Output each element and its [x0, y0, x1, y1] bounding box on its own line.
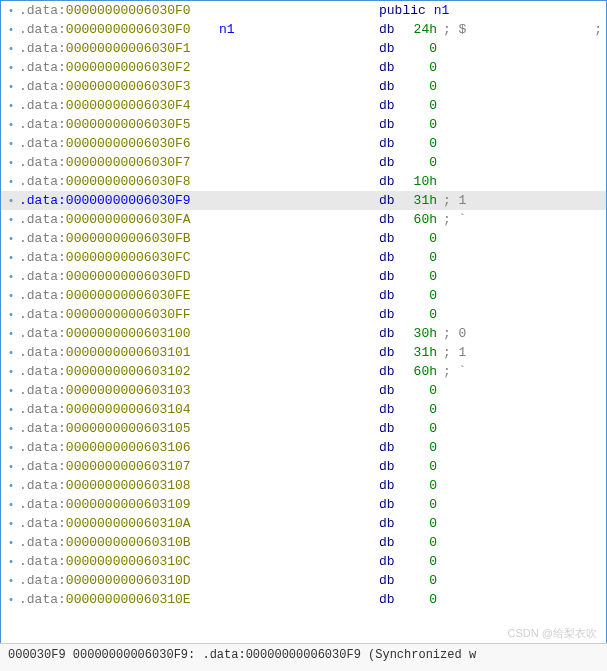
breakpoint-bullet[interactable]: • [3, 62, 19, 74]
opcode: db [379, 478, 407, 493]
disasm-line[interactable]: •.data:00000000006030F2db0 [1, 58, 606, 77]
segment-name: .data [19, 364, 58, 379]
line-content: .data:0000000000603103db0 [19, 383, 437, 398]
disasm-line[interactable]: •.data:00000000006030F3db0 [1, 77, 606, 96]
colon: : [58, 136, 66, 151]
line-content: .data:00000000006030F2db0 [19, 60, 437, 75]
breakpoint-bullet[interactable]: • [3, 309, 19, 321]
disasm-line[interactable]: •.data:0000000000603107db0 [1, 457, 606, 476]
disasm-line[interactable]: •.data:000000000060310Ddb0 [1, 571, 606, 590]
disasm-line[interactable]: •.data:0000000000603106db0 [1, 438, 606, 457]
disasm-line[interactable]: •.data:0000000000603100db30h; 0 [1, 324, 606, 343]
disasm-line[interactable]: •.data:0000000000603104db0 [1, 400, 606, 419]
disasm-line[interactable]: •.data:000000000060310Cdb0 [1, 552, 606, 571]
breakpoint-bullet[interactable]: • [3, 43, 19, 55]
colon: : [58, 402, 66, 417]
breakpoint-bullet[interactable]: • [3, 138, 19, 150]
disasm-line[interactable]: •.data:00000000006030F8db10h [1, 172, 606, 191]
breakpoint-bullet[interactable]: • [3, 442, 19, 454]
address-column: .data:00000000006030FA [19, 212, 219, 227]
opcode: db [379, 41, 407, 56]
disasm-line[interactable]: •.data:00000000006030F7db0 [1, 153, 606, 172]
opcode: db [379, 174, 407, 189]
operand-value: 0 [407, 440, 437, 455]
line-content: .data:00000000006030FAdb60h; ` [19, 212, 466, 227]
disasm-line[interactable]: •.data:00000000006030F5db0 [1, 115, 606, 134]
disasm-line[interactable]: •.data:0000000000603108db0 [1, 476, 606, 495]
breakpoint-bullet[interactable]: • [3, 176, 19, 188]
disasm-line[interactable]: •.data:0000000000603109db0 [1, 495, 606, 514]
line-content: .data:0000000000603109db0 [19, 497, 437, 512]
line-content: .data:00000000006030F5db0 [19, 117, 437, 132]
breakpoint-bullet[interactable]: • [3, 252, 19, 264]
breakpoint-bullet[interactable]: • [3, 214, 19, 226]
breakpoint-bullet[interactable]: • [3, 404, 19, 416]
breakpoint-bullet[interactable]: • [3, 423, 19, 435]
label-column [219, 592, 379, 607]
opcode: db [379, 269, 407, 284]
disasm-line[interactable]: •.data:00000000006030FCdb0 [1, 248, 606, 267]
disasm-line[interactable]: •.data:00000000006030FEdb0 [1, 286, 606, 305]
label-column [219, 516, 379, 531]
breakpoint-bullet[interactable]: • [3, 499, 19, 511]
operand-value: 24h [407, 22, 437, 37]
breakpoint-bullet[interactable]: • [3, 119, 19, 131]
label-column [219, 497, 379, 512]
disasm-line[interactable]: •.data:00000000006030FBdb0 [1, 229, 606, 248]
breakpoint-bullet[interactable]: • [3, 556, 19, 568]
disasm-line[interactable]: •.data:00000000006030FAdb60h; ` [1, 210, 606, 229]
disasm-line[interactable]: •.data:00000000006030F0public n1 [1, 1, 606, 20]
disasm-line[interactable]: •.data:00000000006030F0n1db24h; $; [1, 20, 606, 39]
disasm-line[interactable]: •.data:00000000006030FDdb0 [1, 267, 606, 286]
disasm-line[interactable]: •.data:0000000000603105db0 [1, 419, 606, 438]
disasm-line[interactable]: •.data:00000000006030FFdb0 [1, 305, 606, 324]
disasm-line[interactable]: •.data:000000000060310Edb0 [1, 590, 606, 609]
comment: ; 1 [437, 345, 466, 360]
colon: : [58, 383, 66, 398]
disasm-line[interactable]: •.data:00000000006030F6db0 [1, 134, 606, 153]
disasm-line[interactable]: •.data:00000000006030F1db0 [1, 39, 606, 58]
address-value: 00000000006030F5 [66, 117, 191, 132]
disasm-line[interactable]: •.data:0000000000603103db0 [1, 381, 606, 400]
breakpoint-bullet[interactable]: • [3, 366, 19, 378]
colon: : [58, 79, 66, 94]
breakpoint-bullet[interactable]: • [3, 385, 19, 397]
line-content: .data:00000000006030F0n1db24h; $ [19, 22, 466, 37]
breakpoint-bullet[interactable]: • [3, 5, 19, 17]
operand-value: 0 [407, 592, 437, 607]
disasm-line[interactable]: •.data:0000000000603101db31h; 1 [1, 343, 606, 362]
disassembly-view[interactable]: •.data:00000000006030F0public n1•.data:0… [1, 1, 606, 641]
disasm-line[interactable]: •.data:000000000060310Bdb0 [1, 533, 606, 552]
breakpoint-bullet[interactable]: • [3, 195, 19, 207]
breakpoint-bullet[interactable]: • [3, 157, 19, 169]
address-value: 0000000000603105 [66, 421, 191, 436]
breakpoint-bullet[interactable]: • [3, 575, 19, 587]
breakpoint-bullet[interactable]: • [3, 594, 19, 606]
address-column: .data:00000000006030F6 [19, 136, 219, 151]
disasm-line[interactable]: •.data:000000000060310Adb0 [1, 514, 606, 533]
breakpoint-bullet[interactable]: • [3, 537, 19, 549]
breakpoint-bullet[interactable]: • [3, 518, 19, 530]
address-value: 00000000006030FA [66, 212, 191, 227]
breakpoint-bullet[interactable]: • [3, 290, 19, 302]
address-value: 0000000000603109 [66, 497, 191, 512]
line-content: .data:0000000000603104db0 [19, 402, 437, 417]
label-column [219, 174, 379, 189]
line-content: .data:00000000006030F6db0 [19, 136, 437, 151]
breakpoint-bullet[interactable]: • [3, 271, 19, 283]
breakpoint-bullet[interactable]: • [3, 24, 19, 36]
disasm-line[interactable]: •.data:0000000000603102db60h; ` [1, 362, 606, 381]
breakpoint-bullet[interactable]: • [3, 347, 19, 359]
breakpoint-bullet[interactable]: • [3, 461, 19, 473]
breakpoint-bullet[interactable]: • [3, 233, 19, 245]
breakpoint-bullet[interactable]: • [3, 480, 19, 492]
breakpoint-bullet[interactable]: • [3, 328, 19, 340]
segment-name: .data [19, 516, 58, 531]
disasm-line[interactable]: •.data:00000000006030F4db0 [1, 96, 606, 115]
breakpoint-bullet[interactable]: • [3, 81, 19, 93]
address-column: .data:00000000006030F4 [19, 98, 219, 113]
disasm-line-selected[interactable]: •.data:00000000006030F9db31h; 1 [1, 191, 606, 210]
line-content: .data:0000000000603100db30h; 0 [19, 326, 466, 341]
line-content: .data:00000000006030F8db10h [19, 174, 437, 189]
breakpoint-bullet[interactable]: • [3, 100, 19, 112]
